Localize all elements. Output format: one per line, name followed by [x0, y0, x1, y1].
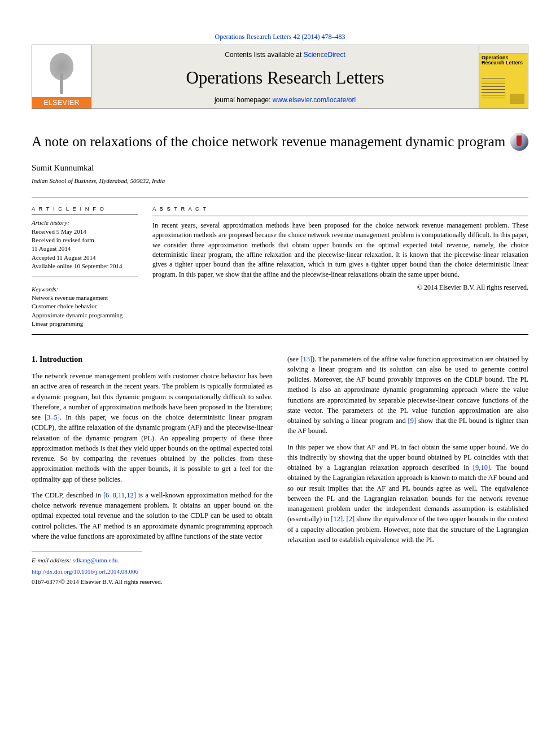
email-label: E-mail address: [32, 557, 73, 563]
homepage-link[interactable]: www.elsevier.com/locate/orl [273, 96, 356, 104]
email-suffix: . [117, 557, 119, 563]
sciencedirect-link[interactable]: ScienceDirect [304, 51, 345, 59]
p2-text-a: The CDLP, described in [32, 491, 103, 499]
journal-cover-thumbnail[interactable]: Operations Research Letters [479, 45, 528, 109]
elsevier-brand-text: ELSEVIER [32, 97, 91, 108]
body-columns: 1. Introduction The network revenue mana… [32, 354, 528, 587]
revised-date: 11 August 2014 [32, 244, 138, 253]
article-info-heading: A R T I C L E I N F O [32, 205, 138, 212]
keyword-2: Customer choice behavior [32, 302, 138, 311]
contents-prefix: Contents lists available at [225, 51, 303, 59]
homepage-prefix: journal homepage: [215, 96, 273, 104]
abstract-heading: A B S T R A C T [152, 205, 528, 213]
author-name: Sumit Kunnumkal [32, 163, 528, 173]
received-date: Received 5 May 2014 [32, 228, 138, 236]
revised-label: Received in revised form [32, 236, 138, 244]
column-right: (see [13]). The parameters of the affine… [287, 354, 528, 587]
article-title: A note on relaxations of the choice netw… [32, 133, 505, 150]
section-heading-intro: 1. Introduction [32, 354, 273, 365]
contents-line: Contents lists available at ScienceDirec… [98, 51, 472, 59]
column-left: 1. Introduction The network revenue mana… [32, 354, 273, 587]
ref-link-12[interactable]: [12] [331, 515, 343, 523]
banner-midsection: Contents lists available at ScienceDirec… [91, 45, 479, 109]
keyword-1: Network revenue management [32, 294, 138, 302]
title-row: A note on relaxations of the choice netw… [32, 133, 528, 151]
abstract-text: In recent years, several approximation m… [152, 221, 528, 279]
ref-link-13[interactable]: [13] [300, 355, 312, 363]
rp1-a: (see [287, 355, 300, 363]
p1-text-b: . In this paper, we focus on the choice … [32, 413, 273, 483]
journal-banner: ELSEVIER Contents lists available at Sci… [32, 45, 528, 109]
citation-link[interactable]: Operations Research Letters 42 (2014) 47… [215, 33, 345, 41]
online-date: Available online 10 September 2014 [32, 262, 138, 270]
rp2-b: . The bound obtained by the Lagrangian r… [287, 464, 528, 523]
email-line: E-mail address: sdkang@umn.edu. [32, 556, 142, 565]
doi-line: http://dx.doi.org/10.1016/j.orl.2014.08.… [32, 567, 273, 576]
running-citation: Operations Research Letters 42 (2014) 47… [32, 33, 528, 41]
ref-link-3-5[interactable]: [3–5] [45, 413, 60, 421]
ref-link-2[interactable]: [2] [347, 515, 355, 523]
keyword-4: Linear programming [32, 320, 138, 328]
email-link[interactable]: sdkang@umn.edu [73, 557, 117, 563]
meta-abstract-row: A R T I C L E I N F O Article history: R… [32, 198, 528, 334]
homepage-line: journal homepage: www.elsevier.com/locat… [98, 96, 472, 104]
elsevier-logo[interactable]: ELSEVIER [32, 45, 91, 109]
citation-pages: 42 (2014) 478–483 [293, 33, 345, 41]
journal-name: Operations Research Letters [98, 68, 472, 88]
divider-bottom [32, 334, 528, 335]
copyright-line: 0167-6377/© 2014 Elsevier B.V. All right… [32, 577, 273, 586]
intro-para-1: The network revenue management problem w… [32, 371, 273, 484]
divider-abs [152, 216, 528, 216]
abstract-block: A B S T R A C T In recent years, several… [152, 205, 528, 329]
rp1-b: ). The parameters of the affine value fu… [287, 355, 528, 425]
article-info-block: A R T I C L E I N F O Article history: R… [32, 205, 138, 329]
ref-link-9-10[interactable]: [9,10] [473, 464, 490, 471]
divider-meta-2 [32, 277, 138, 277]
keyword-3: Approximate dynamic programming [32, 311, 138, 320]
right-para-1: (see [13]). The parameters of the affine… [287, 354, 528, 436]
history-label: Article history: [32, 219, 138, 227]
abstract-rights: © 2014 Elsevier B.V. All rights reserved… [152, 283, 528, 292]
citation-journal: Operations Research Letters [215, 33, 292, 41]
crossmark-icon[interactable] [510, 133, 528, 151]
intro-para-2: The CDLP, described in [6–8,11,12] is a … [32, 490, 273, 541]
doi-link[interactable]: http://dx.doi.org/10.1016/j.orl.2014.08.… [32, 568, 138, 575]
right-para-2: In this paper we show that AF and PL in … [287, 442, 528, 545]
cover-title: Operations Research Letters [479, 54, 528, 66]
tree-icon [38, 49, 85, 94]
affiliation: Indian School of Business, Hyderabad, 50… [32, 177, 528, 184]
accepted-date: Accepted 11 August 2014 [32, 254, 138, 262]
ref-link-6-8-11-12[interactable]: [6–8,11,12] [103, 491, 136, 499]
footnotes-block: E-mail address: sdkang@umn.edu. [32, 552, 142, 565]
ref-link-9[interactable]: [9] [408, 417, 417, 425]
page-root: Operations Research Letters 42 (2014) 47… [0, 0, 560, 609]
divider-meta-1 [32, 215, 138, 215]
keywords-label: Keywords: [32, 285, 138, 294]
